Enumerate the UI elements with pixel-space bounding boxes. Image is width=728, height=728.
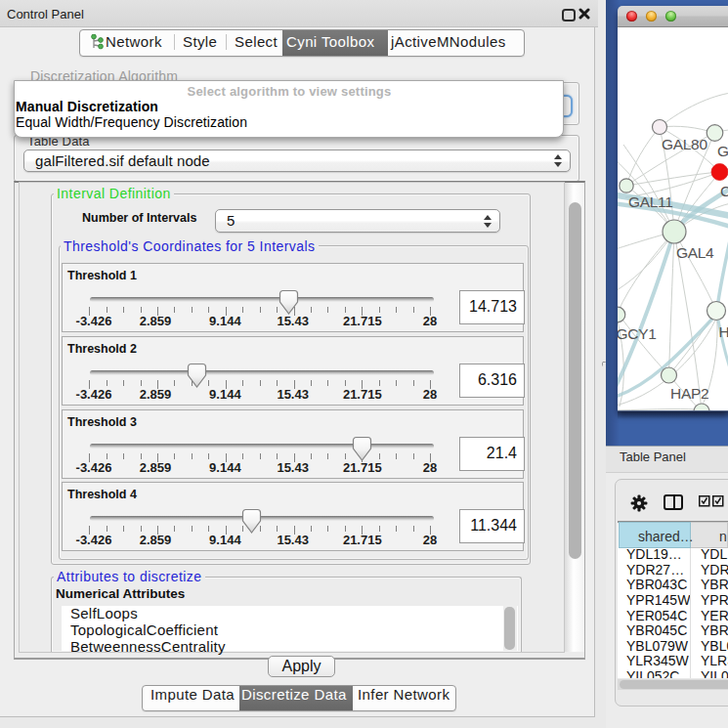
svg-text:GAL4: GAL4 xyxy=(676,244,714,261)
svg-text:H: H xyxy=(719,323,728,340)
svg-text:GAL80: GAL80 xyxy=(662,136,707,152)
svg-text:GCY1: GCY1 xyxy=(618,325,657,342)
svg-text:HAP2: HAP2 xyxy=(670,385,708,402)
svg-text:C: C xyxy=(720,183,728,199)
svg-text:GAL11: GAL11 xyxy=(628,193,673,210)
svg-text:GA: GA xyxy=(717,143,728,159)
